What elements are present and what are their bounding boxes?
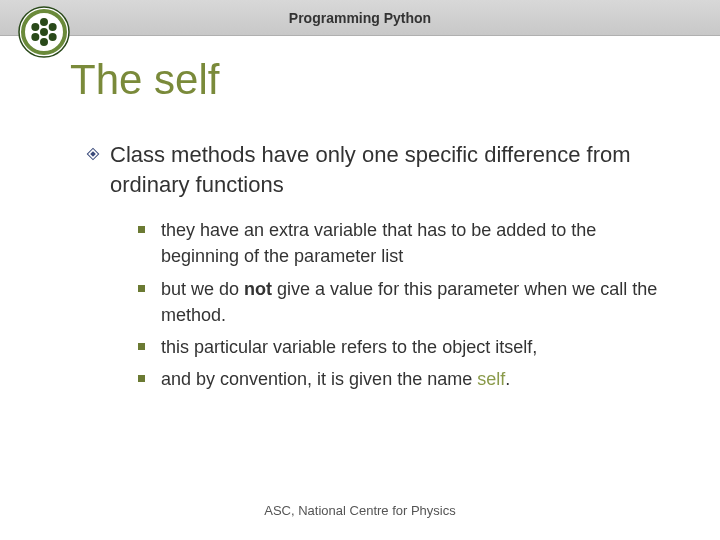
square-bullet-icon [138, 343, 145, 350]
bullet-text: this particular variable refers to the o… [161, 334, 537, 360]
text-fragment: . [505, 369, 510, 389]
svg-point-7 [32, 24, 38, 30]
header-title: Programming Python [289, 10, 431, 26]
text-fragment: and by convention, it is given the name [161, 369, 477, 389]
text-fragment: but we do [161, 279, 244, 299]
header-bar: Programming Python [0, 0, 720, 36]
square-bullet-icon [138, 226, 145, 233]
text-keyword-self: self [477, 369, 505, 389]
svg-point-3 [41, 19, 47, 25]
svg-point-6 [50, 24, 56, 30]
bullet-text: but we do not give a value for this para… [161, 276, 670, 328]
list-item: Class methods have only one specific dif… [86, 140, 670, 199]
svg-point-8 [41, 39, 47, 45]
square-bullet-icon [138, 375, 145, 382]
svg-point-4 [50, 34, 56, 40]
list-item: but we do not give a value for this para… [138, 276, 670, 328]
diamond-bullet-icon [86, 147, 100, 161]
svg-point-5 [32, 34, 38, 40]
text-bold: not [244, 279, 272, 299]
list-item: this particular variable refers to the o… [138, 334, 670, 360]
sublist: they have an extra variable that has to … [138, 217, 670, 392]
square-bullet-icon [138, 285, 145, 292]
institution-logo [18, 6, 70, 58]
svg-point-2 [41, 29, 47, 35]
list-item: they have an extra variable that has to … [138, 217, 670, 269]
list-item: and by convention, it is given the name … [138, 366, 670, 392]
bullet-text: and by convention, it is given the name … [161, 366, 510, 392]
footer-text: ASC, National Centre for Physics [0, 503, 720, 518]
bullet-text: they have an extra variable that has to … [161, 217, 670, 269]
bullet-text: Class methods have only one specific dif… [110, 140, 670, 199]
slide-title: The self [70, 56, 219, 104]
content-area: Class methods have only one specific dif… [86, 140, 670, 398]
